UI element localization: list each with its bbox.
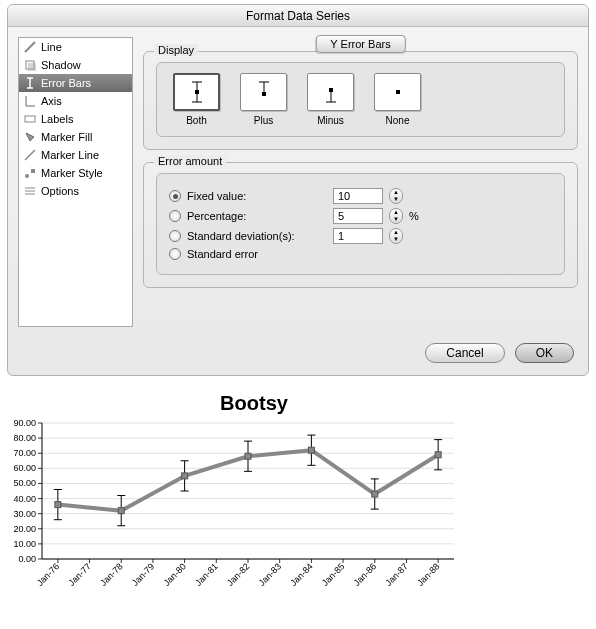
sidebar-item-label: Labels [41,113,73,125]
svg-text:80.00: 80.00 [13,433,36,443]
sidebar-item-label: Options [41,185,79,197]
error-amount-options: Fixed value: 10 ▲▼ Percentage: 5 ▲▼ % St… [156,173,565,275]
display-option-plus[interactable]: Plus [236,73,291,126]
svg-text:Jan-84: Jan-84 [288,561,315,588]
sidebar-item-label: Marker Line [41,149,99,161]
radio-fixed-value[interactable] [169,190,181,202]
sidebar-item-label: Line [41,41,62,53]
display-option-both[interactable]: Both [169,73,224,126]
sidebar-item-line[interactable]: Line [19,38,132,56]
radio-percentage[interactable] [169,210,181,222]
axis-icon [23,94,37,108]
marker-line-icon [23,148,37,162]
svg-text:Jan-83: Jan-83 [257,561,284,588]
svg-text:Jan-87: Jan-87 [383,561,410,588]
svg-text:Jan-77: Jan-77 [66,561,93,588]
stddev-input[interactable]: 1 [333,228,383,244]
sidebar-item-options[interactable]: Options [19,182,132,200]
sidebar-item-label: Axis [41,95,62,107]
display-label: Minus [303,115,358,126]
svg-text:30.00: 30.00 [13,509,36,519]
sidebar-item-marker-fill[interactable]: Marker Fill [19,128,132,146]
svg-text:0.00: 0.00 [18,554,36,564]
marker-fill-icon [23,130,37,144]
svg-rect-2 [28,63,36,71]
display-option-minus[interactable]: Minus [303,73,358,126]
svg-text:Jan-79: Jan-79 [130,561,157,588]
display-label: None [370,115,425,126]
svg-rect-111 [435,452,441,458]
window-title: Format Data Series [8,5,588,27]
line-icon [23,40,37,54]
tab-y-error-bars[interactable]: Y Error Bars [315,35,405,53]
svg-text:Jan-78: Jan-78 [98,561,125,588]
svg-text:50.00: 50.00 [13,478,36,488]
svg-text:40.00: 40.00 [13,494,36,504]
error-bars-icon [23,76,37,90]
sidebar-item-label: Marker Fill [41,131,92,143]
svg-text:60.00: 60.00 [13,463,36,473]
sidebar-item-marker-style[interactable]: Marker Style [19,164,132,182]
svg-line-9 [25,150,35,160]
main-panel: Y Error Bars Display Both Plus [143,37,578,327]
shadow-icon [23,58,37,72]
sidebar-item-axis[interactable]: Axis [19,92,132,110]
radio-stderr[interactable] [169,248,181,260]
svg-rect-21 [262,92,266,96]
svg-text:10.00: 10.00 [13,539,36,549]
svg-text:Jan-86: Jan-86 [352,561,379,588]
cancel-button[interactable]: Cancel [425,343,504,363]
svg-text:Jan-76: Jan-76 [35,561,62,588]
ok-button[interactable]: OK [515,343,574,363]
fixed-value-stepper[interactable]: ▲▼ [389,188,403,204]
percentage-label: Percentage: [187,210,327,222]
sidebar-item-label: Shadow [41,59,81,71]
svg-text:70.00: 70.00 [13,448,36,458]
dialog-footer: Cancel OK [8,337,588,375]
svg-text:Jan-81: Jan-81 [193,561,220,588]
sidebar-item-shadow[interactable]: Shadow [19,56,132,74]
svg-rect-8 [25,116,35,122]
stddev-stepper[interactable]: ▲▼ [389,228,403,244]
chart: Bootsy 0.0010.0020.0030.0040.0050.0060.0… [4,392,464,607]
labels-icon [23,112,37,126]
format-dialog: Format Data Series Line Shadow Error Bar… [7,4,589,376]
display-label: Plus [236,115,291,126]
stddev-label: Standard deviation(s): [187,230,327,242]
sidebar-item-marker-line[interactable]: Marker Line [19,146,132,164]
percentage-stepper[interactable]: ▲▼ [389,208,403,224]
sidebar-item-labels[interactable]: Labels [19,110,132,128]
error-amount-group-label: Error amount [154,155,226,167]
percent-sign: % [409,210,419,222]
category-sidebar: Line Shadow Error Bars Axis Labels Marke… [18,37,133,327]
svg-text:90.00: 90.00 [13,418,36,428]
radio-stddev[interactable] [169,230,181,242]
sidebar-item-label: Error Bars [41,77,91,89]
chart-title: Bootsy [4,392,464,415]
sidebar-item-label: Marker Style [41,167,103,179]
svg-rect-95 [182,473,188,479]
svg-rect-103 [308,447,314,453]
display-group: Display Both Plus Minus [143,51,578,150]
svg-point-10 [25,174,29,178]
display-option-none[interactable]: None [370,73,425,126]
svg-text:Jan-88: Jan-88 [415,561,442,588]
svg-rect-87 [55,502,61,508]
fixed-value-input[interactable]: 10 [333,188,383,204]
sidebar-item-error-bars[interactable]: Error Bars [19,74,132,92]
options-icon [23,184,37,198]
svg-rect-91 [118,508,124,514]
svg-text:Jan-80: Jan-80 [161,561,188,588]
stderr-label: Standard error [187,248,327,260]
svg-rect-107 [372,491,378,497]
display-group-label: Display [154,44,198,56]
svg-text:20.00: 20.00 [13,524,36,534]
dialog-body: Line Shadow Error Bars Axis Labels Marke… [8,27,588,337]
fixed-value-label: Fixed value: [187,190,327,202]
display-options: Both Plus Minus None [156,62,565,137]
display-label: Both [169,115,224,126]
percentage-input[interactable]: 5 [333,208,383,224]
error-amount-group: Error amount Fixed value: 10 ▲▼ Percenta… [143,162,578,288]
svg-line-0 [25,42,35,52]
svg-rect-11 [31,169,35,173]
